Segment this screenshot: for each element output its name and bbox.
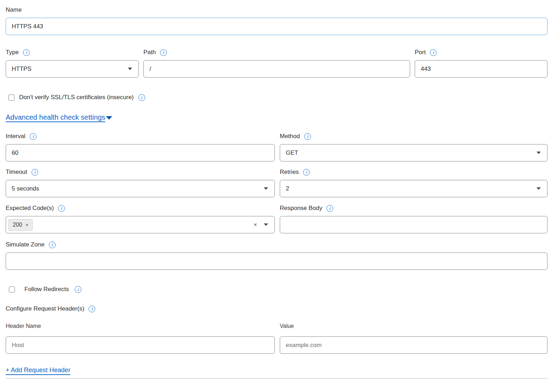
response-body-input[interactable]: [280, 216, 548, 233]
expected-codes-label: Expected Code(s) i: [6, 204, 65, 212]
simulate-zone-label: Simulate Zone i: [6, 240, 56, 249]
verify-ssl-info-icon[interactable]: i: [138, 94, 145, 101]
method-select-value: GET: [286, 149, 298, 157]
type-label: Type i: [6, 48, 30, 56]
type-info-icon[interactable]: i: [23, 49, 30, 56]
timeout-info-icon[interactable]: i: [32, 169, 38, 176]
health-check-form: Name Type i HTTPS Path i: [0, 0, 556, 379]
header-value-input[interactable]: [280, 336, 548, 354]
chevron-down-icon: [537, 187, 541, 190]
timeout-select-value: 5 seconds: [12, 185, 39, 192]
path-info-icon[interactable]: i: [160, 49, 167, 56]
port-input[interactable]: [415, 60, 548, 78]
port-info-icon[interactable]: i: [430, 49, 437, 56]
tag-remove-icon[interactable]: ×: [25, 222, 29, 227]
clear-all-icon[interactable]: ×: [254, 222, 257, 228]
path-label: Path i: [143, 48, 167, 56]
type-select[interactable]: HTTPS: [6, 60, 139, 78]
retries-info-icon[interactable]: i: [303, 169, 310, 176]
chevron-down-icon: [537, 152, 541, 154]
port-label: Port i: [415, 48, 437, 56]
retries-select[interactable]: 2: [280, 180, 548, 197]
method-select[interactable]: GET: [280, 144, 548, 161]
add-request-header-link[interactable]: + Add Request Header: [6, 367, 70, 374]
simulate-zone-info-icon[interactable]: i: [49, 242, 56, 248]
advanced-settings-link[interactable]: Advanced health check settings: [6, 113, 105, 121]
follow-redirects-info-icon[interactable]: i: [75, 286, 81, 293]
chevron-down-icon: [128, 68, 132, 70]
request-headers-info-icon[interactable]: i: [89, 306, 95, 312]
verify-ssl-label: Don't verify SSL/TLS certificates (insec…: [19, 94, 134, 101]
timeout-select[interactable]: 5 seconds: [6, 180, 275, 197]
name-input[interactable]: [6, 18, 548, 35]
retries-select-value: 2: [286, 185, 289, 192]
method-label: Method i: [280, 132, 311, 140]
timeout-label: Timeout i: [6, 168, 38, 176]
header-name-label: Header Name: [6, 322, 41, 330]
request-headers-section-label: Configure Request Header(s) i: [6, 305, 95, 313]
section-divider: [6, 378, 548, 379]
name-label: Name: [6, 6, 22, 14]
interval-info-icon[interactable]: i: [30, 133, 36, 140]
follow-redirects-checkbox[interactable]: [9, 286, 15, 292]
interval-label: Interval i: [6, 132, 36, 140]
follow-redirects-label: Follow Redirects: [24, 286, 69, 293]
header-name-input[interactable]: [6, 336, 275, 354]
type-select-value: HTTPS: [12, 66, 32, 73]
verify-ssl-checkbox[interactable]: [8, 95, 15, 101]
chevron-down-icon: [264, 187, 268, 190]
simulate-zone-input[interactable]: [6, 252, 548, 270]
expected-code-tag-value: 200: [13, 222, 22, 228]
path-input[interactable]: [143, 60, 410, 78]
response-body-label: Response Body i: [280, 204, 333, 212]
response-body-info-icon[interactable]: i: [327, 205, 333, 212]
retries-label: Retries i: [280, 168, 310, 176]
expected-codes-info-icon[interactable]: i: [58, 205, 65, 212]
expected-code-tag: 200 ×: [8, 219, 33, 231]
chevron-down-icon[interactable]: [264, 223, 268, 226]
triangle-down-icon: [106, 116, 112, 120]
header-value-label: Value: [280, 322, 294, 330]
method-info-icon[interactable]: i: [304, 133, 311, 140]
interval-input[interactable]: [6, 144, 275, 161]
expected-codes-multiselect[interactable]: 200 × ×: [6, 216, 275, 233]
